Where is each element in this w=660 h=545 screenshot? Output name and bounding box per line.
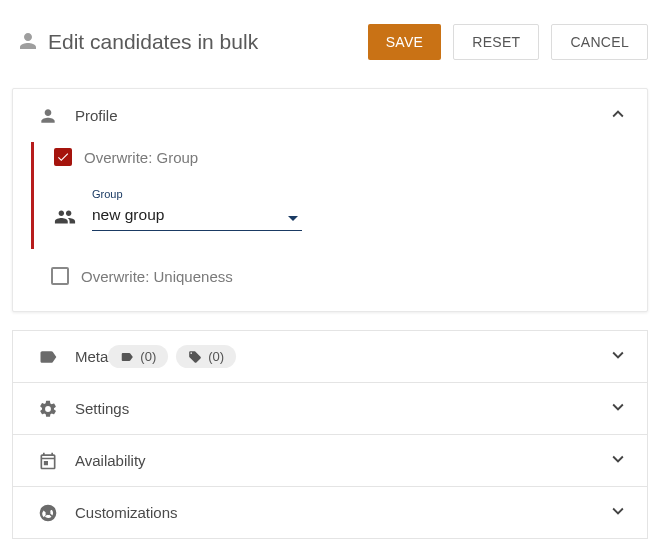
meta-chip-labels-count: (0) xyxy=(140,349,156,364)
cancel-button[interactable]: CANCEL xyxy=(551,24,648,60)
gear-icon xyxy=(37,399,59,419)
chevron-up-icon xyxy=(607,103,629,128)
chevron-down-icon xyxy=(607,344,629,369)
chevron-down-icon xyxy=(607,396,629,421)
page-header: Edit candidates in bulk SAVE RESET CANCE… xyxy=(12,12,648,60)
chevron-down-icon xyxy=(607,500,629,525)
support-icon xyxy=(37,503,59,523)
availability-section-title: Availability xyxy=(75,452,146,469)
label-icon xyxy=(37,347,59,367)
overwrite-group-block: Overwrite: Group Group xyxy=(31,142,629,249)
label-fill-icon xyxy=(120,350,134,364)
reset-button[interactable]: RESET xyxy=(453,24,539,60)
page-title: Edit candidates in bulk xyxy=(48,30,258,54)
customizations-section-header[interactable]: Customizations xyxy=(13,487,647,539)
meta-chip-tags-count: (0) xyxy=(208,349,224,364)
tag-icon xyxy=(188,350,202,364)
collapsed-sections: Meta (0) (0) Settings xyxy=(12,330,648,539)
meta-section-title: Meta xyxy=(75,348,108,365)
person-icon xyxy=(37,106,59,126)
settings-section-title: Settings xyxy=(75,400,129,417)
account-icon xyxy=(16,29,40,56)
group-field-label: Group xyxy=(92,188,302,200)
profile-section-header[interactable]: Profile xyxy=(13,89,647,142)
overwrite-uniqueness-label: Overwrite: Uniqueness xyxy=(81,268,233,285)
customizations-section-title: Customizations xyxy=(75,504,178,521)
profile-section: Profile Overwrite: Group Group xyxy=(12,88,648,312)
chevron-down-icon xyxy=(607,448,629,473)
overwrite-uniqueness-checkbox[interactable] xyxy=(51,267,69,285)
overwrite-group-label: Overwrite: Group xyxy=(84,149,198,166)
save-button[interactable]: SAVE xyxy=(368,24,442,60)
overwrite-group-checkbox[interactable] xyxy=(54,148,72,166)
calendar-icon xyxy=(37,451,59,471)
group-combobox-input[interactable] xyxy=(92,202,302,231)
profile-section-title: Profile xyxy=(75,107,607,124)
meta-chip-labels[interactable]: (0) xyxy=(108,345,168,368)
people-icon xyxy=(54,206,76,231)
meta-chip-tags[interactable]: (0) xyxy=(176,345,236,368)
meta-section-header[interactable]: Meta (0) (0) xyxy=(13,331,647,383)
availability-section-header[interactable]: Availability xyxy=(13,435,647,487)
settings-section-header[interactable]: Settings xyxy=(13,383,647,435)
group-field[interactable]: Group xyxy=(92,188,302,231)
